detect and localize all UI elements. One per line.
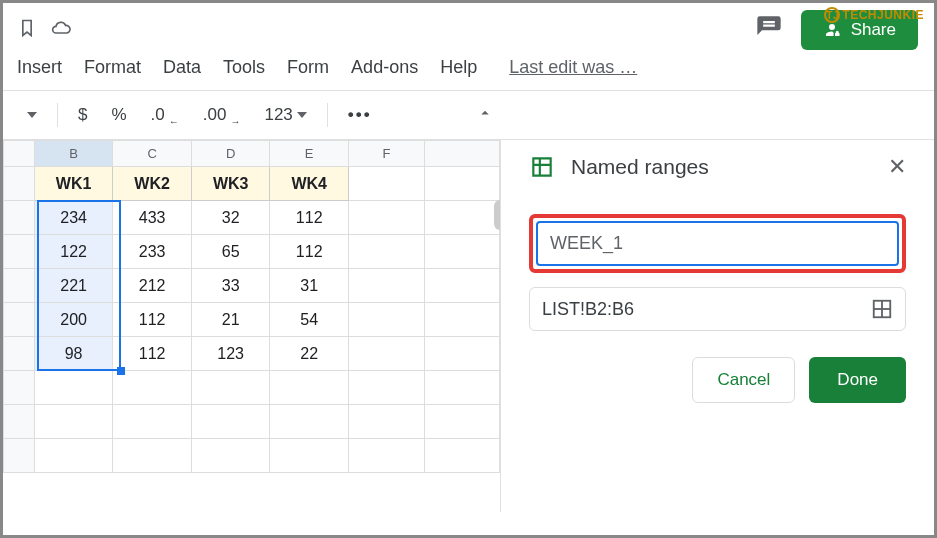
- cell[interactable]: 233: [113, 235, 192, 269]
- number-format-dropdown[interactable]: 123: [254, 99, 316, 131]
- range-reference-input[interactable]: [542, 299, 871, 320]
- spreadsheet-grid[interactable]: BCDEF WK1WK2WK3WK4 234433321121222336511…: [3, 140, 501, 512]
- menu-format[interactable]: Format: [84, 57, 141, 78]
- cell[interactable]: 33: [191, 269, 270, 303]
- week-header[interactable]: WK2: [113, 167, 192, 201]
- cell[interactable]: 234: [34, 201, 113, 235]
- separator: [57, 103, 58, 127]
- zoom-dropdown[interactable]: [17, 104, 47, 126]
- cell[interactable]: 112: [270, 201, 349, 235]
- person-lock-icon: [823, 21, 841, 39]
- share-label: Share: [851, 20, 896, 40]
- cell[interactable]: 54: [270, 303, 349, 337]
- cell[interactable]: 31: [270, 269, 349, 303]
- column-header[interactable]: B: [34, 141, 113, 167]
- cell[interactable]: 122: [34, 235, 113, 269]
- cell[interactable]: 433: [113, 201, 192, 235]
- cell[interactable]: 112: [270, 235, 349, 269]
- toolbar: $ % .0← .00→ 123 •••: [3, 91, 934, 140]
- title-bar: Share: [3, 3, 934, 47]
- done-button[interactable]: Done: [809, 357, 906, 403]
- cell[interactable]: 221: [34, 269, 113, 303]
- selection-handle[interactable]: [117, 367, 125, 375]
- cell[interactable]: 112: [113, 303, 192, 337]
- menu-data[interactable]: Data: [163, 57, 201, 78]
- close-icon[interactable]: ✕: [888, 154, 906, 180]
- select-range-icon[interactable]: [871, 298, 893, 320]
- menu-bar: Insert Format Data Tools Form Add-ons He…: [3, 47, 934, 91]
- menu-insert[interactable]: Insert: [17, 57, 62, 78]
- range-name-input[interactable]: [536, 221, 899, 266]
- cell[interactable]: 98: [34, 337, 113, 371]
- cancel-button[interactable]: Cancel: [692, 357, 795, 403]
- star-icon[interactable]: [17, 18, 37, 42]
- menu-form[interactable]: Form: [287, 57, 329, 78]
- more-tools-button[interactable]: •••: [338, 99, 382, 131]
- menu-help[interactable]: Help: [440, 57, 477, 78]
- cell[interactable]: 200: [34, 303, 113, 337]
- column-header[interactable]: D: [191, 141, 270, 167]
- panel-title: Named ranges: [571, 155, 872, 179]
- named-ranges-panel: Named ranges ✕ Cancel Done: [501, 140, 934, 512]
- column-header[interactable]: E: [270, 141, 349, 167]
- currency-button[interactable]: $: [68, 99, 97, 131]
- cell[interactable]: 212: [113, 269, 192, 303]
- watermark: TJTECHJUNKIE: [824, 7, 924, 23]
- name-input-highlight: [529, 214, 906, 273]
- menu-addons[interactable]: Add-ons: [351, 57, 418, 78]
- comment-icon[interactable]: [755, 14, 783, 46]
- week-header[interactable]: WK1: [34, 167, 113, 201]
- collapse-toolbar-icon[interactable]: [476, 104, 494, 126]
- cell[interactable]: 22: [270, 337, 349, 371]
- sheets-icon: [529, 154, 555, 180]
- separator: [327, 103, 328, 127]
- cell[interactable]: 65: [191, 235, 270, 269]
- week-header[interactable]: WK3: [191, 167, 270, 201]
- increase-decimal-button[interactable]: .00→: [193, 99, 251, 131]
- cell[interactable]: 123: [191, 337, 270, 371]
- decrease-decimal-button[interactable]: .0←: [141, 99, 189, 131]
- menu-tools[interactable]: Tools: [223, 57, 265, 78]
- last-edit-link[interactable]: Last edit was …: [509, 57, 637, 78]
- percent-button[interactable]: %: [101, 99, 136, 131]
- column-header[interactable]: C: [113, 141, 192, 167]
- scrollbar-thumb[interactable]: [494, 200, 501, 230]
- cloud-icon[interactable]: [51, 18, 71, 42]
- cell[interactable]: 21: [191, 303, 270, 337]
- column-header[interactable]: F: [348, 141, 424, 167]
- cell[interactable]: 32: [191, 201, 270, 235]
- column-header[interactable]: [424, 141, 499, 167]
- week-header[interactable]: WK4: [270, 167, 349, 201]
- cell[interactable]: 112: [113, 337, 192, 371]
